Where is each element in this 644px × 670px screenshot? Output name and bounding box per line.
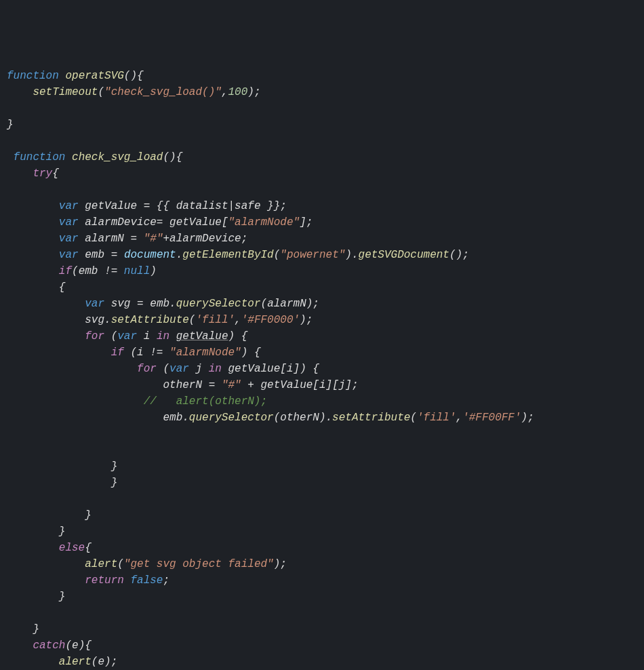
code-token: );: [104, 656, 117, 668]
code-token: emb: [79, 265, 98, 277]
code-token: [169, 330, 176, 342]
code-token: in: [157, 330, 169, 342]
code-token: for: [85, 330, 104, 342]
code-token: [144, 298, 150, 310]
code-token: getSVGDocument: [359, 249, 449, 261]
code-token: }: [7, 477, 117, 489]
code-token: (){: [163, 151, 182, 163]
code-token: [59, 70, 66, 82]
code-token: querySelector: [176, 298, 261, 310]
code-token: [7, 639, 33, 652]
code-token: [124, 574, 131, 587]
code-token: 'fill': [417, 412, 456, 424]
code-token: for: [137, 363, 157, 375]
code-token: [65, 151, 72, 163]
code-token: ,: [235, 314, 241, 326]
code-token: [98, 265, 104, 277]
code-token: getValue: [261, 379, 313, 391]
code-token: [7, 151, 14, 163]
code-token: var: [59, 249, 79, 261]
code-token: i: [287, 363, 294, 375]
code-token: [7, 542, 59, 554]
code-token: "alarmNode": [169, 347, 241, 359]
code-token: ;: [241, 233, 248, 245]
code-token: in: [209, 363, 222, 375]
code-token: false: [130, 574, 163, 587]
code-token: =: [144, 200, 150, 212]
code-token: (: [92, 656, 98, 668]
code-token: ) {: [241, 347, 261, 359]
code-token: (: [410, 412, 417, 424]
code-token: emb: [150, 298, 169, 310]
code-token: [7, 412, 163, 424]
code-token: (: [104, 330, 117, 342]
code-token: alert: [85, 558, 117, 570]
code-token: var: [169, 363, 189, 375]
code-token: [222, 363, 228, 375]
code-token: (: [124, 347, 137, 359]
code-token: [137, 330, 144, 342]
code-token: [124, 233, 131, 245]
code-token: ){: [79, 639, 92, 652]
code-token: return: [85, 574, 124, 587]
code-token: "get svg object failed": [124, 558, 274, 570]
code-token: !=: [150, 347, 163, 359]
code-token: );: [306, 298, 319, 310]
code-token: ).: [319, 412, 332, 424]
code-token: [7, 330, 85, 342]
code-token: [: [280, 363, 287, 375]
code-token: [150, 330, 157, 342]
code-token: [163, 347, 169, 359]
code-token: ();: [449, 249, 469, 261]
code-token: setAttribute: [111, 314, 189, 326]
code-token: }: [7, 623, 39, 635]
code-token: (: [65, 639, 72, 652]
code-token: .: [182, 412, 189, 424]
code-token: ];: [345, 379, 358, 391]
code-token: [202, 363, 209, 375]
code-token: [7, 574, 85, 587]
code-token: var: [117, 330, 137, 342]
code-token: "alarmNode": [228, 216, 300, 229]
code-token: [7, 249, 59, 261]
code-token: [79, 200, 85, 212]
code-token: document: [124, 249, 176, 261]
code-token: check_svg_load: [72, 151, 163, 163]
code-token: [7, 216, 59, 229]
code-token: [7, 379, 163, 391]
code-token: [130, 298, 137, 310]
code-token: [254, 379, 261, 391]
code-token: i: [319, 379, 326, 391]
code-token: }};: [261, 200, 287, 212]
code-token: =: [157, 216, 169, 229]
code-token: [104, 298, 111, 310]
code-token: getValue: [228, 363, 281, 375]
code-token: // alert(otherN);: [144, 395, 267, 408]
code-token: }: [7, 460, 117, 473]
code-token: (: [72, 265, 79, 277]
code-token: .: [104, 314, 111, 326]
code-token: alarmDevice: [85, 216, 157, 229]
code-token: );: [300, 314, 313, 326]
code-token: '#FF0000': [241, 314, 300, 326]
code-token: ,: [456, 412, 463, 424]
code-token: alarmDevice: [169, 233, 241, 245]
code-token: {: [85, 542, 92, 554]
code-token: [7, 314, 85, 326]
code-token: }: [7, 119, 14, 131]
code-token: [117, 265, 124, 277]
code-token: [202, 379, 209, 391]
code-token: null: [124, 265, 150, 277]
code-token: [241, 379, 248, 391]
code-token: setAttribute: [332, 412, 410, 424]
code-token: [7, 298, 85, 310]
code-token: catch: [33, 639, 65, 652]
code-token: (: [157, 363, 169, 375]
code-token: if: [59, 265, 72, 277]
code-token: emb: [85, 249, 104, 261]
code-editor-content[interactable]: function operatSVG(){ setTimeout("check_…: [7, 68, 637, 670]
code-token: {: [7, 281, 65, 294]
code-token: "#": [144, 233, 163, 245]
code-token: getValue: [176, 330, 228, 342]
code-token: alarmN: [267, 298, 306, 310]
